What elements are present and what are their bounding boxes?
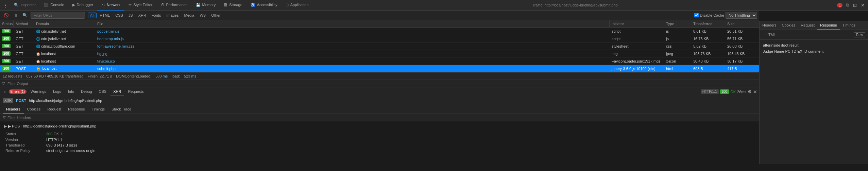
filter-media-button[interactable]: Media	[182, 13, 197, 18]
filter-js-button[interactable]: JS	[126, 13, 135, 18]
close-devtools-button[interactable]: ✕	[859, 1, 867, 9]
req-tab-timings[interactable]: Timings	[88, 105, 108, 114]
xhr-tab[interactable]: XHR	[110, 87, 124, 96]
cell-type: x-icon	[664, 59, 691, 63]
table-row[interactable]: 200 GET 🌐cdnjs.cloudflare.com cdnjs.clou…	[0, 42, 759, 50]
console-icon: ⬛	[44, 3, 49, 7]
filter-other-button[interactable]: Other	[209, 13, 223, 18]
disable-cache-label[interactable]: Disable Cache	[694, 13, 724, 17]
throttle-select[interactable]: No Throttling	[726, 12, 757, 19]
post-url-text: ▶ POST http://localhost/judge-briefing/a…	[8, 124, 96, 129]
req-tab-stack-trace[interactable]: Stack Trace	[108, 105, 135, 114]
devtools-options-button[interactable]: ⋮	[1, 1, 10, 9]
warnings-tab[interactable]: Warnings	[28, 87, 49, 96]
tab-inspector[interactable]: 🔍 Inspector	[10, 0, 40, 11]
transferred-row: Transferred 698 B (417 B size)	[0, 142, 759, 148]
tab-performance[interactable]: ⏱ Performance	[157, 0, 192, 11]
requests-tab[interactable]: Requests	[125, 87, 146, 96]
filter-icon: ▽	[3, 115, 5, 120]
table-row[interactable]: 200 GET 🌐cdn.jsdelivr.net popper.min.js …	[0, 28, 759, 35]
expand-arrow[interactable]: ▶	[4, 124, 7, 129]
th-method[interactable]: Method	[14, 20, 34, 27]
req-tab-response[interactable]: Response	[65, 105, 88, 114]
search-network-button[interactable]: 🔍	[21, 12, 29, 18]
load-label: load:	[172, 74, 180, 78]
th-domain[interactable]: Domain	[34, 20, 95, 27]
tab-console[interactable]: ⬛ Console	[40, 0, 68, 11]
tab-debugger[interactable]: ▶ Debugger	[68, 0, 97, 11]
th-status[interactable]: Status	[0, 20, 14, 27]
status-code-badge: 200	[720, 89, 729, 94]
duration-text: 26ms	[737, 90, 746, 94]
settings-button[interactable]: ⚙	[748, 89, 752, 94]
filter-fonts-button[interactable]: Fonts	[149, 13, 164, 18]
req-tab-headers[interactable]: Headers	[3, 105, 24, 114]
tab-storage[interactable]: 🗄 Storage	[220, 0, 246, 11]
req-tab-request[interactable]: Request	[44, 105, 65, 114]
logs-tab[interactable]: Logs	[50, 87, 64, 96]
pause-recording-button[interactable]: ⏸	[12, 12, 19, 18]
version-label: Version	[5, 138, 46, 142]
table-header: Status Method Domain File Initiator Type…	[0, 20, 759, 28]
table-row-selected[interactable]: 200 POST 🔒localhost submit.php jquery-3.…	[0, 65, 759, 72]
th-initiator[interactable]: Initiator	[610, 20, 664, 27]
rp-tab-response[interactable]: Response	[817, 21, 840, 30]
table-row[interactable]: 200 GET 🌐cdn.jsdelivr.net bootstrap.min.…	[0, 35, 759, 42]
tab-memory[interactable]: 💾 Memory	[192, 0, 220, 11]
th-file[interactable]: File	[95, 20, 610, 27]
th-size[interactable]: Size	[725, 20, 759, 27]
disable-cache-checkbox[interactable]	[694, 13, 699, 17]
filter-urls-input[interactable]	[31, 12, 85, 19]
cell-domain: 🌐cdn.jsdelivr.net	[34, 37, 95, 41]
expand-bottom-button[interactable]: «	[2, 89, 7, 94]
table-row[interactable]: 200 GET 🏠localhost favicon.ico FaviconLo…	[0, 57, 759, 65]
filter-images-button[interactable]: Images	[164, 13, 181, 18]
xhr-type-badge: XHR	[3, 98, 13, 103]
filter-ws-button[interactable]: WS	[197, 13, 208, 18]
th-type[interactable]: Type	[664, 20, 691, 27]
content-line1: afterinside ifgot result	[763, 42, 865, 49]
rp-tab-timings[interactable]: Timings	[840, 21, 858, 30]
cell-transferred: 16.73 KB	[691, 37, 725, 41]
tab-application[interactable]: ⊞ Application	[282, 0, 313, 11]
cell-initiator: script	[610, 29, 664, 33]
selected-request-header: XHR POST http://localhost/judge-briefing…	[0, 96, 759, 105]
cell-transferred: 8.61 KB	[691, 29, 725, 33]
post-url-row[interactable]: ▶ ▶ POST http://localhost/judge-briefing…	[4, 123, 755, 129]
errors-badge[interactable]: Errors (1)	[9, 89, 27, 94]
storage-icon: 🗄	[224, 3, 227, 7]
responsive-design-button[interactable]: ⧉	[844, 1, 851, 9]
application-icon: ⊞	[286, 3, 289, 7]
css-tab[interactable]: CSS	[96, 87, 109, 96]
rp-tab-cookies[interactable]: Cookies	[779, 21, 798, 30]
filter-html-button[interactable]: HTML	[97, 13, 112, 18]
req-tab-cookies[interactable]: Cookies	[24, 105, 44, 114]
inspector-icon: 🔍	[14, 3, 19, 7]
clear-network-button[interactable]: 🚫	[2, 12, 11, 18]
accessibility-icon: ♿	[251, 3, 255, 7]
rp-tab-request[interactable]: Request	[798, 21, 817, 30]
th-transferred[interactable]: Transferred	[691, 20, 725, 27]
dom-loaded-time[interactable]: 503 ms	[155, 74, 168, 78]
close-panel-button[interactable]: ✕	[753, 89, 757, 95]
rp-tab-headers[interactable]: Headers	[760, 21, 779, 30]
info-tab[interactable]: Info	[65, 87, 77, 96]
status-bar: 12 requests 857.50 KB / 405.18 KB transf…	[0, 72, 759, 80]
cell-status: 200	[0, 59, 14, 63]
filter-all-button[interactable]: All	[88, 13, 97, 18]
filter-css-button[interactable]: CSS	[113, 13, 125, 18]
right-toolbar: HTML Raw	[760, 30, 868, 40]
filter-xhr-button[interactable]: XHR	[136, 13, 149, 18]
status-info-icon[interactable]: ℹ	[61, 132, 63, 136]
tab-network[interactable]: ↑↓ Network	[97, 0, 124, 11]
bottom-panel: XHR POST http://localhost/judge-briefing…	[0, 96, 759, 164]
tab-style-editor[interactable]: ✏ Style Editor	[124, 0, 156, 11]
tab-accessibility[interactable]: ♿ Accessibility	[246, 0, 282, 11]
table-row[interactable]: 200 GET 🏠localhost bg.jpg img jpeg 193.7…	[0, 50, 759, 57]
right-panel-content: afterinside ifgot result Judge Name PC T…	[760, 40, 868, 57]
cell-status: 200	[0, 29, 14, 33]
debug-tab[interactable]: Debug	[78, 87, 95, 96]
raw-button[interactable]: Raw	[854, 32, 865, 37]
load-time[interactable]: 523 ms	[184, 74, 196, 78]
pick-element-button[interactable]: ⊡	[851, 1, 859, 9]
